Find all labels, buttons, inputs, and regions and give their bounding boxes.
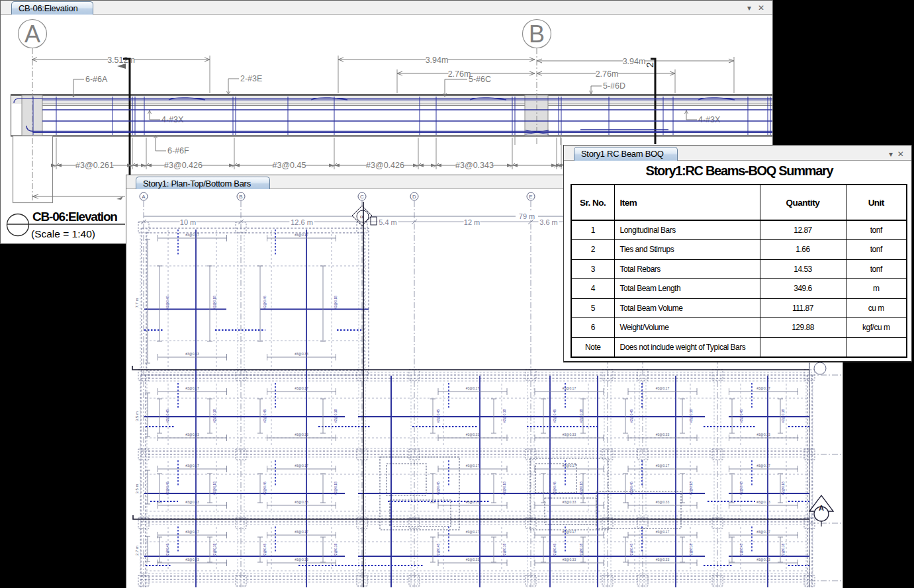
svg-text:C: C	[360, 194, 364, 200]
svg-text:#3@0.33: #3@0.33	[563, 558, 576, 562]
svg-text:#2@0.18: #2@0.18	[579, 482, 583, 495]
svg-text:CB-06:Elevation: CB-06:Elevation	[32, 210, 117, 224]
svg-text:10 m: 10 m	[180, 218, 196, 226]
svg-text:#3@0.33: #3@0.33	[466, 433, 480, 437]
svg-text:#3@0.17: #3@0.17	[295, 530, 308, 534]
svg-text:3.5 m: 3.5 m	[135, 411, 139, 421]
svg-text:79 m: 79 m	[519, 212, 535, 220]
svg-text:#3@0.33: #3@0.33	[295, 500, 308, 504]
svg-text:#3@0.17: #3@0.17	[185, 233, 199, 237]
svg-text:(Scale = 1:40): (Scale = 1:40)	[31, 228, 95, 239]
svg-text:#2@0.18: #2@0.18	[334, 409, 338, 423]
svg-text:#3@0.33: #3@0.33	[466, 558, 480, 562]
svg-text:12 m: 12 m	[464, 218, 480, 226]
svg-text:#2@0.45: #2@0.45	[553, 482, 557, 495]
svg-text:#2@0.18: #2@0.18	[334, 296, 338, 310]
svg-text:#3@0.33: #3@0.33	[295, 558, 308, 562]
svg-text:3.94m: 3.94m	[623, 57, 646, 66]
svg-text:#2@0.45: #2@0.45	[436, 543, 440, 557]
svg-text:#2@0.18: #2@0.18	[212, 482, 216, 495]
svg-text:#3@0.426: #3@0.426	[366, 161, 404, 170]
svg-text:#2@0.18: #2@0.18	[579, 543, 583, 557]
svg-text:#3@0.33: #3@0.33	[656, 500, 670, 504]
svg-text:#3@0.33: #3@0.33	[656, 558, 670, 562]
svg-text:#3@0.17: #3@0.17	[656, 530, 670, 534]
svg-text:#2@0.18: #2@0.18	[212, 409, 216, 423]
svg-text:#2@0.45: #2@0.45	[629, 543, 633, 557]
svg-text:#3@0.17: #3@0.17	[756, 530, 770, 534]
svg-text:#3@0.17: #3@0.17	[563, 530, 576, 534]
svg-text:#3@0.33: #3@0.33	[295, 352, 308, 356]
svg-text:#3@0.17: #3@0.17	[563, 386, 576, 390]
svg-text:#3@0.33: #3@0.33	[563, 500, 576, 504]
svg-text:#3@0.343: #3@0.343	[455, 161, 494, 170]
svg-text:#3@0.17: #3@0.17	[656, 464, 670, 468]
svg-text:#3@0.45: #3@0.45	[273, 161, 306, 170]
svg-text:#3@0.17: #3@0.17	[185, 386, 199, 390]
svg-text:#3@0.17: #3@0.17	[185, 464, 199, 468]
svg-text:#2@0.45: #2@0.45	[739, 409, 743, 423]
svg-text:#2@0.45: #2@0.45	[263, 482, 267, 495]
svg-text:4-#3X: 4-#3X	[698, 115, 721, 124]
svg-text:3.512m: 3.512m	[107, 56, 135, 65]
svg-text:5-#6C: 5-#6C	[469, 75, 491, 84]
svg-text:D: D	[412, 194, 416, 200]
svg-text:6-#6A: 6-#6A	[85, 75, 108, 84]
svg-text:#2@0.45: #2@0.45	[165, 296, 169, 310]
svg-text:#2@0.45: #2@0.45	[629, 409, 633, 423]
svg-text:B: B	[239, 194, 242, 200]
svg-text:2.76m: 2.76m	[448, 69, 471, 79]
svg-text:7.7 m: 7.7 m	[135, 298, 139, 308]
svg-text:#3@0.33: #3@0.33	[185, 500, 199, 504]
svg-text:#2@0.45: #2@0.45	[165, 409, 169, 423]
svg-text:#3@0.17: #3@0.17	[466, 464, 480, 468]
svg-text:#3@0.17: #3@0.17	[756, 386, 770, 390]
svg-text:#3@0.33: #3@0.33	[295, 433, 308, 437]
svg-text:#2@0.18: #2@0.18	[689, 409, 693, 423]
svg-text:#2@0.45: #2@0.45	[165, 482, 169, 495]
svg-text:#3@0.33: #3@0.33	[756, 558, 770, 562]
svg-text:#3@0.33: #3@0.33	[756, 500, 770, 504]
svg-text:2: 2	[644, 62, 655, 67]
svg-text:#2@0.45: #2@0.45	[739, 482, 743, 495]
svg-text:#2@0.18: #2@0.18	[502, 482, 506, 495]
svg-text:5.4 m: 5.4 m	[379, 218, 397, 226]
svg-text:6-#6F: 6-#6F	[167, 146, 189, 155]
svg-text:#3@0.17: #3@0.17	[185, 530, 199, 534]
svg-text:#3@0.17: #3@0.17	[756, 464, 770, 468]
svg-text:#3@0.33: #3@0.33	[185, 558, 199, 562]
svg-text:#3@0.33: #3@0.33	[563, 433, 576, 437]
svg-text:#3@0.33: #3@0.33	[185, 433, 199, 437]
svg-text:#2@0.45: #2@0.45	[553, 409, 557, 423]
svg-text:#3@0.33: #3@0.33	[185, 352, 199, 356]
svg-text:12.6 m: 12.6 m	[291, 218, 313, 226]
svg-text:#3@0.17: #3@0.17	[295, 464, 308, 468]
svg-text:#2@0.18: #2@0.18	[781, 543, 785, 557]
svg-text:#3@0.33: #3@0.33	[756, 433, 770, 437]
svg-text:#2@0.18: #2@0.18	[689, 543, 693, 557]
svg-text:E: E	[529, 194, 532, 200]
svg-text:3.5 m: 3.5 m	[135, 483, 139, 493]
svg-text:A: A	[24, 21, 40, 48]
svg-text:#3@0.33: #3@0.33	[656, 433, 670, 437]
svg-text:#3@0.17: #3@0.17	[295, 386, 308, 390]
svg-text:#3@0.17: #3@0.17	[656, 386, 670, 390]
svg-text:#2@0.45: #2@0.45	[263, 543, 267, 557]
svg-text:3.94m: 3.94m	[426, 56, 449, 65]
svg-text:#2@0.18: #2@0.18	[212, 296, 216, 310]
svg-text:#2@0.18: #2@0.18	[502, 409, 506, 423]
svg-text:#2@0.18: #2@0.18	[334, 543, 338, 557]
svg-text:#2@0.45: #2@0.45	[263, 296, 267, 310]
svg-text:5-#6D: 5-#6D	[603, 81, 625, 91]
svg-text:#2@0.45: #2@0.45	[553, 543, 557, 557]
svg-text:#2@0.45: #2@0.45	[629, 482, 633, 495]
svg-text:#3@0.17: #3@0.17	[466, 530, 480, 534]
svg-text:#2@0.45: #2@0.45	[436, 482, 440, 495]
svg-text:#2@0.18: #2@0.18	[781, 482, 785, 495]
svg-text:#2@0.45: #2@0.45	[436, 409, 440, 423]
svg-text:3.6 m: 3.6 m	[539, 218, 558, 226]
svg-text:#3@0.17: #3@0.17	[295, 233, 308, 237]
svg-text:2.7 m: 2.7 m	[135, 546, 139, 556]
svg-text:B: B	[529, 21, 545, 48]
svg-text:#2@0.18: #2@0.18	[579, 409, 583, 423]
